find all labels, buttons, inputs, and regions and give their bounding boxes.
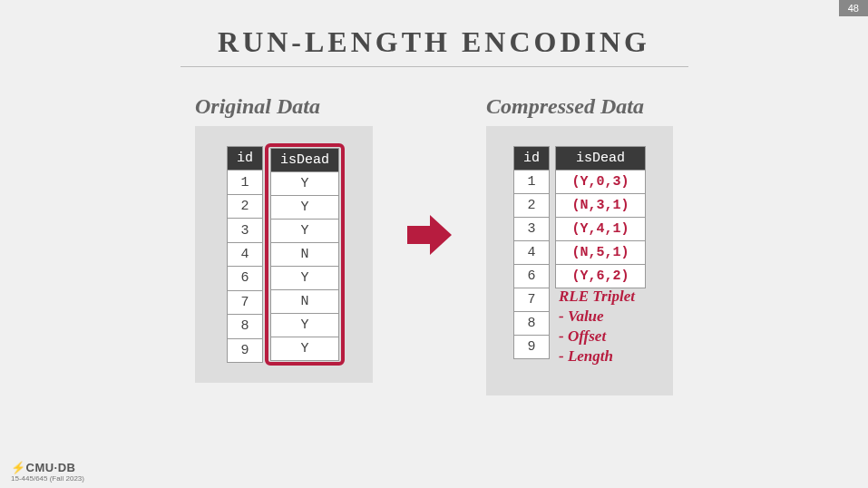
compressed-isdead-box: isDead (Y,0,3) (N,3,1) (Y,4,1) (N,5,1) (… — [555, 146, 646, 288]
cell: 9 — [227, 338, 262, 363]
cell: Y — [270, 220, 338, 243]
cell: 6 — [227, 267, 262, 290]
footer-logo: ⚡CMU·DB 15-445/645 (Fall 2023) — [11, 461, 84, 483]
rle-note-title: RLE Triplet — [559, 287, 635, 307]
cell: 6 — [514, 265, 550, 288]
col-header-isdead: isDead — [270, 149, 338, 172]
rle-tuple: (Y,6,2) — [556, 265, 646, 288]
cell: Y — [270, 172, 338, 196]
rle-note-line: - Length — [559, 346, 635, 366]
logo-text: ⚡CMU·DB — [11, 461, 84, 474]
cell: Y — [270, 337, 338, 361]
original-isdead-column: isDead Y Y Y N Y N Y Y — [270, 148, 339, 361]
cell: 3 — [227, 219, 262, 242]
cell: Y — [270, 267, 338, 290]
cell: 9 — [514, 336, 550, 359]
cell: Y — [270, 314, 338, 337]
compressed-section: Compressed Data id 1 2 3 4 6 7 8 9 isDea… — [486, 94, 673, 395]
compressed-heading: Compressed Data — [486, 94, 673, 119]
col-header-isdead: isDead — [556, 147, 646, 171]
rle-note-line: - Value — [559, 307, 635, 327]
arrow-icon — [405, 212, 454, 258]
original-section: Original Data id 1 2 3 4 6 7 8 9 isDead — [195, 94, 373, 383]
logo-subtext: 15-445/645 (Fall 2023) — [11, 474, 84, 483]
original-panel: id 1 2 3 4 6 7 8 9 isDead Y Y Y — [195, 126, 373, 383]
col-header-id: id — [227, 147, 262, 171]
cell: 3 — [514, 218, 550, 241]
compressed-id-column: id 1 2 3 4 6 7 8 9 — [513, 146, 550, 359]
slide-title: RUN-LENGTH ENCODING — [0, 25, 868, 59]
compressed-panel: id 1 2 3 4 6 7 8 9 isDead (Y,0,3) (N,3,1… — [486, 126, 673, 395]
cell: 8 — [514, 312, 550, 336]
cell: N — [270, 290, 338, 314]
slide-number: 48 — [839, 0, 868, 16]
rle-tuple: (Y,4,1) — [556, 218, 646, 241]
rle-note-line: - Offset — [559, 327, 635, 346]
arrow-container — [405, 94, 454, 376]
content-row: Original Data id 1 2 3 4 6 7 8 9 isDead — [0, 94, 868, 395]
highlighted-column-wrap: isDead Y Y Y N Y N Y Y — [268, 146, 341, 363]
cell: Y — [270, 196, 338, 220]
cell: 1 — [227, 171, 262, 194]
title-underline — [180, 66, 688, 67]
cell: 2 — [227, 194, 262, 218]
cell: 8 — [227, 315, 262, 338]
original-heading: Original Data — [195, 94, 373, 119]
cell: 4 — [514, 241, 550, 265]
cell: 7 — [514, 288, 550, 312]
rle-tuple: (N,3,1) — [556, 194, 646, 218]
col-header-id: id — [514, 147, 550, 171]
rle-tuple: (Y,0,3) — [556, 171, 646, 194]
cell: 2 — [514, 194, 550, 218]
cell: N — [270, 243, 338, 267]
rle-tuple: (N,5,1) — [556, 241, 646, 265]
cell: 1 — [514, 171, 550, 194]
cell: 7 — [227, 290, 262, 314]
original-id-column: id 1 2 3 4 6 7 8 9 — [227, 146, 263, 363]
cell: 4 — [227, 242, 262, 266]
compressed-isdead-column: isDead (Y,0,3) (N,3,1) (Y,4,1) (N,5,1) (… — [555, 146, 646, 288]
rle-note: RLE Triplet - Value - Offset - Length — [559, 287, 635, 366]
